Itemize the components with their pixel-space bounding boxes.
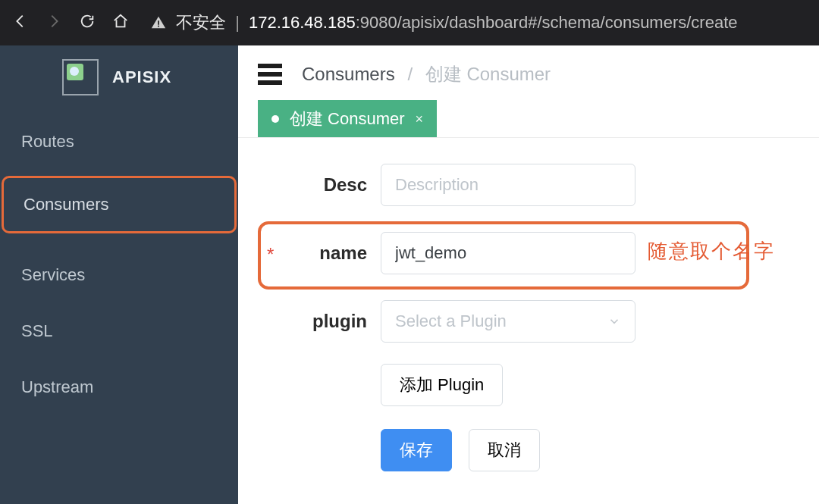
brand: APISIX: [0, 45, 238, 114]
address-bar[interactable]: 不安全 | 172.16.48.185:9080/apisix/dashboar…: [150, 11, 738, 34]
menu-toggle-icon[interactable]: [258, 64, 282, 85]
tab-create-consumer[interactable]: 创建 Consumer ×: [258, 100, 437, 138]
insecure-icon: [150, 14, 167, 31]
plugin-select[interactable]: Select a Plugin: [381, 300, 635, 343]
svg-rect-1: [158, 26, 159, 27]
tab-unsaved-dot-icon: [271, 115, 279, 123]
tab-close-icon[interactable]: ×: [416, 111, 424, 127]
brand-logo-icon: [62, 59, 99, 95]
sidebar-item-services[interactable]: Services: [0, 247, 238, 303]
row-plugin: plugin Select a Plugin: [268, 300, 789, 343]
label-desc: Desc: [268, 174, 367, 196]
breadcrumb-current: 创建 Consumer: [425, 64, 551, 84]
main-header: Consumers / 创建 Consumer: [238, 45, 819, 100]
label-name: name: [268, 243, 367, 264]
name-input[interactable]: [381, 232, 635, 274]
reload-button[interactable]: [79, 13, 96, 33]
plugin-select-placeholder: Select a Plugin: [395, 311, 507, 331]
row-desc: Desc: [268, 164, 789, 206]
breadcrumb-root[interactable]: Consumers: [302, 64, 395, 84]
add-plugin-button[interactable]: 添加 Plugin: [381, 364, 503, 406]
sidebar: APISIX Routes Consumers Services SSL Ups…: [0, 45, 238, 504]
url-host: 172.16.48.185: [249, 13, 356, 32]
svg-rect-0: [158, 20, 159, 25]
chevron-down-icon: [607, 315, 621, 328]
forward-button[interactable]: [46, 13, 62, 33]
sidebar-item-ssl[interactable]: SSL: [0, 303, 238, 359]
sidebar-item-routes[interactable]: Routes: [0, 114, 238, 170]
desc-input[interactable]: [381, 164, 635, 206]
row-name: name 随意取个名字: [268, 232, 789, 274]
url-path: :9080/apisix/dashboard#/schema/consumers…: [356, 13, 738, 32]
label-plugin: plugin: [268, 311, 367, 332]
brand-title: APISIX: [112, 67, 171, 87]
main-content: Consumers / 创建 Consumer 创建 Consumer × De…: [238, 45, 819, 504]
insecure-label: 不安全: [176, 13, 226, 32]
home-button[interactable]: [112, 13, 129, 33]
url-text: 不安全 | 172.16.48.185:9080/apisix/dashboar…: [176, 11, 738, 34]
sidebar-item-consumers[interactable]: Consumers: [2, 176, 237, 233]
breadcrumb: Consumers / 创建 Consumer: [302, 62, 551, 86]
tab-label: 创建 Consumer: [290, 108, 405, 130]
annotation-hint: 随意取个名字: [648, 238, 775, 265]
cancel-button[interactable]: 取消: [469, 429, 540, 471]
save-button[interactable]: 保存: [381, 429, 452, 471]
consumer-form: Desc name 随意取个名字 plugin Select a Plugin: [238, 138, 819, 487]
tab-bar: 创建 Consumer ×: [238, 100, 819, 138]
browser-nav-buttons: [12, 13, 129, 33]
sidebar-item-upstream[interactable]: Upstream: [0, 359, 238, 415]
back-button[interactable]: [12, 13, 29, 33]
browser-toolbar: 不安全 | 172.16.48.185:9080/apisix/dashboar…: [0, 0, 819, 45]
